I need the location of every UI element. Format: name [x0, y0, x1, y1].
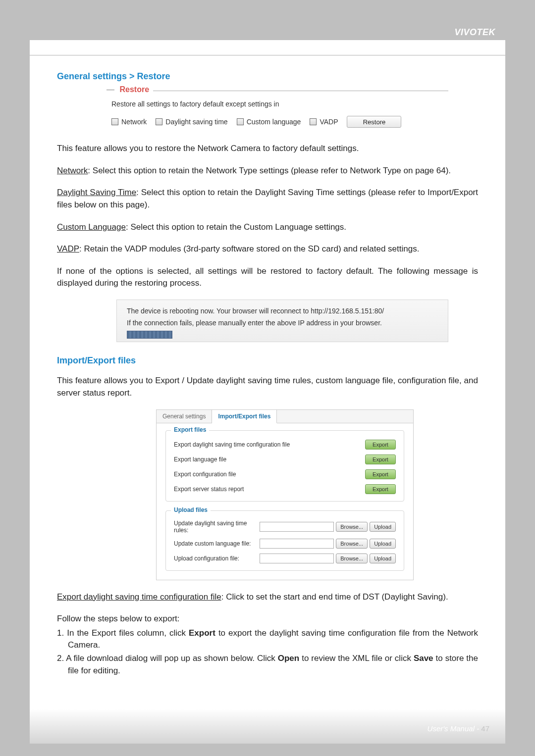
- section-title-import-export: Import/Export files: [57, 354, 478, 367]
- tab-bar: General settings Import/Export files: [157, 410, 413, 423]
- tab-import-export[interactable]: Import/Export files: [212, 410, 277, 423]
- checkbox-icon: [111, 118, 118, 125]
- reboot-line-1: The device is rebooting now. Your browse…: [127, 307, 438, 315]
- upload-row-dst: Update daylight saving time rules: Brows…: [174, 520, 396, 534]
- checkbox-label: Daylight saving time: [165, 118, 227, 126]
- opt-network: Network: Select this option to retain th…: [57, 165, 478, 177]
- export-button[interactable]: Export: [365, 484, 396, 494]
- browse-button[interactable]: Browse...: [336, 539, 368, 549]
- upload-button[interactable]: Upload: [370, 539, 396, 549]
- footer: User's Manual - 47: [428, 724, 489, 733]
- export-button[interactable]: Export: [365, 454, 396, 464]
- upload-row-language: Update custom language file: Browse... U…: [174, 539, 396, 549]
- export-button[interactable]: Export: [365, 469, 396, 479]
- upload-row-config: Upload configuration file: Browse... Upl…: [174, 554, 396, 563]
- checkbox-icon: [156, 118, 162, 125]
- page: VIVOTEK General settings > Restore — Res…: [30, 12, 505, 744]
- export-dst-note: Export daylight saving time configuratio…: [57, 591, 478, 604]
- export-row-status: Export server status report Export: [174, 484, 396, 494]
- header-bar: VIVOTEK: [30, 12, 505, 40]
- steps-intro: Follow the steps below to export:: [57, 613, 478, 625]
- reboot-line-2: If the connection fails, please manually…: [127, 319, 438, 327]
- restore-panel: — Restore Restore all settings to factor…: [111, 91, 448, 128]
- export-files-legend: Export files: [171, 426, 209, 433]
- checkbox-dst[interactable]: Daylight saving time: [156, 118, 227, 126]
- export-row-config: Export configuration file Export: [174, 469, 396, 479]
- opt-vadp: VADP: Retain the VADP modules (3rd-party…: [57, 243, 478, 255]
- browse-button[interactable]: Browse...: [336, 522, 368, 532]
- opt-dst: Daylight Saving Time: Select this option…: [57, 187, 478, 211]
- checkbox-icon: [237, 118, 244, 125]
- restore-button[interactable]: Restore: [347, 116, 401, 128]
- import-export-panel: General settings Import/Export files Exp…: [156, 409, 414, 580]
- checkbox-network[interactable]: Network: [111, 118, 147, 126]
- checkbox-label: VADP: [320, 118, 338, 126]
- brand-logo: VIVOTEK: [454, 27, 495, 38]
- collapse-icon[interactable]: —: [107, 85, 114, 94]
- browse-button[interactable]: Browse...: [336, 554, 368, 563]
- checkbox-icon: [310, 118, 317, 125]
- step-2: 2. A file download dialog will pop up as…: [57, 653, 478, 677]
- steps-list: 1. In the Export files column, click Exp…: [57, 627, 478, 677]
- upload-files-legend: Upload files: [171, 506, 211, 513]
- restore-description: Restore all settings to factory default …: [111, 100, 448, 108]
- upload-button[interactable]: Upload: [370, 522, 396, 532]
- import-export-intro: This feature allows you to Export / Upda…: [57, 375, 478, 399]
- file-path-input[interactable]: [260, 522, 334, 532]
- upload-files-fieldset: Upload files Update daylight saving time…: [165, 510, 404, 571]
- checkbox-label: Network: [121, 118, 147, 126]
- export-row-dst: Export daylight saving time configuratio…: [174, 440, 396, 450]
- restore-legend: — Restore: [107, 85, 153, 94]
- export-button[interactable]: Export: [365, 440, 396, 450]
- opt-custom-language: Custom Language: Select this option to r…: [57, 221, 478, 234]
- checkbox-custom-language[interactable]: Custom language: [237, 118, 301, 126]
- restore-fallback: If none of the options is selected, all …: [57, 265, 478, 290]
- file-path-input[interactable]: [260, 554, 334, 563]
- progress-bar-icon: [127, 331, 172, 339]
- content-area: General settings > Restore — Restore Res…: [30, 55, 505, 677]
- checkbox-vadp[interactable]: VADP: [310, 118, 338, 126]
- section-title-restore: General settings > Restore: [57, 71, 478, 82]
- checkbox-label: Custom language: [247, 118, 301, 126]
- step-1: 1. In the Export files column, click Exp…: [57, 627, 478, 652]
- upload-button[interactable]: Upload: [370, 554, 396, 563]
- restore-intro: This feature allows you to restore the N…: [57, 143, 478, 155]
- export-row-language: Export language file Export: [174, 454, 396, 464]
- reboot-message-box: The device is rebooting now. Your browse…: [116, 300, 448, 342]
- export-files-fieldset: Export files Export daylight saving time…: [165, 430, 404, 502]
- tab-general-settings[interactable]: General settings: [157, 410, 212, 423]
- file-path-input[interactable]: [260, 539, 334, 549]
